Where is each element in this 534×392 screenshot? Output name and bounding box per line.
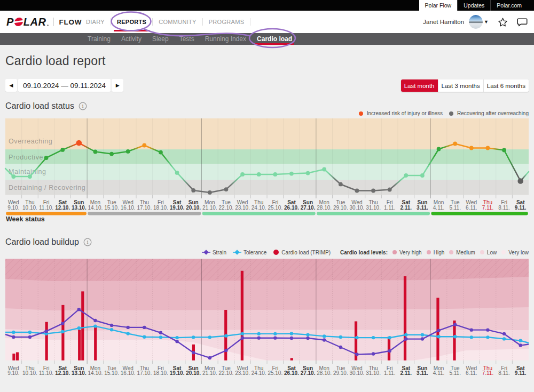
status-point-thu-17-10-[interactable] [142, 143, 146, 148]
range-button-last-3-months[interactable]: Last 3 months [438, 79, 483, 92]
strain-point-fri-18-10-[interactable] [159, 331, 162, 334]
status-point-wed-23-10-[interactable] [240, 172, 245, 177]
status-point-thu-10-10-[interactable] [28, 174, 32, 179]
status-point-sun-3-11-[interactable] [420, 173, 425, 178]
strain-point-fri-11-10-[interactable] [44, 330, 48, 333]
trimp-bar-wed-23-10-[interactable] [241, 271, 244, 361]
tolerance-point-sun-27-10-[interactable] [306, 333, 309, 336]
topbar-tab-polar-com[interactable]: Polar.com [490, 0, 528, 11]
status-point-fri-1-11-[interactable] [388, 188, 392, 192]
nav-item-programs[interactable]: PROGRAMS [203, 11, 250, 33]
status-point-sat-26-10-[interactable] [289, 172, 294, 176]
trimp-bar-wed-9-10-[interactable] [16, 352, 19, 360]
trimp-bar-tue-5-11-[interactable] [453, 321, 456, 361]
strain-point-fri-8-11-[interactable] [502, 332, 506, 335]
tolerance-point-sun-13-10-[interactable] [77, 326, 81, 330]
tolerance-point-fri-8-11-[interactable] [502, 337, 506, 340]
strain-point-tue-15-10-[interactable] [110, 324, 113, 327]
status-point-sat-12-10-[interactable] [60, 148, 65, 152]
trimp-bar-sat-2-11-[interactable] [404, 276, 406, 361]
tolerance-point-wed-30-10-[interactable] [355, 336, 358, 339]
status-point-sat-2-11-[interactable] [404, 173, 408, 178]
trimp-bar-sat-26-10-[interactable] [290, 358, 293, 360]
polar-flow-logo[interactable]: PLAR FLOW [6, 17, 82, 27]
range-button-last-month[interactable]: Last month [401, 79, 438, 92]
status-point-mon-21-10-[interactable] [208, 190, 212, 195]
strain-point-thu-10-10-[interactable] [28, 335, 32, 339]
status-point-sun-20-10-[interactable] [191, 188, 195, 193]
trimp-bar-fri-11-10-[interactable] [45, 322, 48, 361]
tolerance-point-thu-17-10-[interactable] [143, 335, 146, 339]
subnav-item-training[interactable]: Training [82, 33, 116, 45]
status-point-mon-14-10-[interactable] [93, 150, 98, 154]
nav-item-diary[interactable]: DIARY [80, 11, 111, 33]
tolerance-point-sat-12-10-[interactable] [61, 330, 64, 333]
status-point-wed-30-10-[interactable] [355, 189, 359, 193]
strain-point-wed-23-10-[interactable] [241, 336, 244, 339]
strain-point-mon-14-10-[interactable] [93, 319, 97, 322]
strain-point-sat-9-11-[interactable] [519, 343, 522, 347]
user-name[interactable]: Janet Hamilton [423, 19, 464, 25]
status-point-tue-5-11-[interactable] [453, 142, 457, 146]
strain-point-tue-22-10-[interactable] [224, 349, 227, 352]
strain-point-fri-1-11-[interactable] [388, 349, 391, 353]
status-point-sun-13-10-[interactable] [76, 140, 82, 146]
status-info-icon[interactable]: i [78, 102, 87, 110]
topbar-tab-polar-flow[interactable]: Polar Flow [419, 0, 458, 11]
strain-point-sun-20-10-[interactable] [192, 351, 195, 354]
tolerance-point-wed-23-10-[interactable] [241, 332, 244, 335]
feedback-chat-icon[interactable] [517, 18, 528, 27]
favorites-star-icon[interactable] [498, 17, 508, 27]
subnav-item-tests[interactable]: Tests [174, 33, 200, 45]
status-point-fri-8-11-[interactable] [502, 148, 506, 153]
subnav-item-cardio-load[interactable]: Cardio load [252, 33, 297, 45]
status-point-wed-6-11-[interactable] [469, 146, 474, 150]
previous-period-button[interactable]: ◀ [5, 79, 17, 92]
strain-point-sat-12-10-[interactable] [61, 322, 64, 325]
status-point-mon-4-11-[interactable] [437, 147, 441, 151]
tolerance-point-mon-21-10-[interactable] [208, 335, 211, 339]
status-point-tue-29-10-[interactable] [339, 182, 343, 187]
subnav-item-activity[interactable]: Activity [116, 33, 147, 45]
status-point-tue-22-10-[interactable] [224, 187, 229, 191]
status-point-fri-18-10-[interactable] [159, 150, 163, 155]
strain-point-wed-9-10-[interactable] [12, 335, 15, 339]
topbar-tab-updates[interactable]: Updates [457, 0, 490, 11]
user-menu-caret-icon[interactable]: ▼ [484, 19, 489, 25]
strain-point-sun-27-10-[interactable] [306, 337, 309, 340]
subnav-item-sleep[interactable]: Sleep [147, 33, 174, 45]
next-period-button[interactable]: ▶ [112, 79, 123, 92]
trimp-bar-mon-14-10-[interactable] [94, 327, 97, 361]
tolerance-point-tue-5-11-[interactable] [453, 335, 457, 338]
range-button-last-6-months[interactable]: Last 6 months [483, 79, 529, 92]
strain-point-sat-26-10-[interactable] [290, 337, 293, 340]
tolerance-point-sun-20-10-[interactable] [192, 335, 195, 339]
tolerance-point-wed-6-11-[interactable] [470, 335, 473, 339]
strain-point-thu-17-10-[interactable] [143, 326, 146, 329]
tolerance-point-mon-28-10-[interactable] [323, 334, 326, 338]
user-avatar[interactable] [469, 15, 483, 29]
strain-point-mon-28-10-[interactable] [323, 338, 326, 341]
strain-point-tue-29-10-[interactable] [339, 346, 342, 349]
nav-item-reports[interactable]: REPORTS [111, 11, 152, 33]
trimp-bar-sun-13-10-[interactable] [81, 291, 84, 360]
strain-point-sun-3-11-[interactable] [421, 337, 424, 340]
trimp-bar-sun-13-10-[interactable] [78, 330, 81, 360]
strain-point-sat-19-10-[interactable] [175, 340, 178, 343]
tolerance-point-tue-22-10-[interactable] [224, 334, 227, 337]
tolerance-point-thu-7-11-[interactable] [486, 335, 489, 339]
strain-point-thu-24-10-[interactable] [257, 336, 260, 339]
status-point-wed-9-10-[interactable] [11, 174, 15, 179]
tolerance-point-sat-2-11-[interactable] [404, 333, 407, 337]
strain-point-tue-5-11-[interactable] [453, 323, 457, 326]
strain-point-wed-6-11-[interactable] [470, 328, 473, 331]
strain-point-fri-25-10-[interactable] [273, 336, 277, 339]
status-point-thu-24-10-[interactable] [257, 172, 261, 177]
status-point-thu-31-10-[interactable] [371, 189, 375, 193]
tolerance-point-fri-18-10-[interactable] [159, 335, 162, 339]
status-point-fri-25-10-[interactable] [273, 172, 277, 177]
status-point-tue-15-10-[interactable] [109, 152, 114, 156]
tolerance-point-tue-15-10-[interactable] [110, 328, 113, 331]
tolerance-point-sat-19-10-[interactable] [175, 336, 178, 339]
trimp-bar-wed-9-10-[interactable] [12, 354, 15, 361]
